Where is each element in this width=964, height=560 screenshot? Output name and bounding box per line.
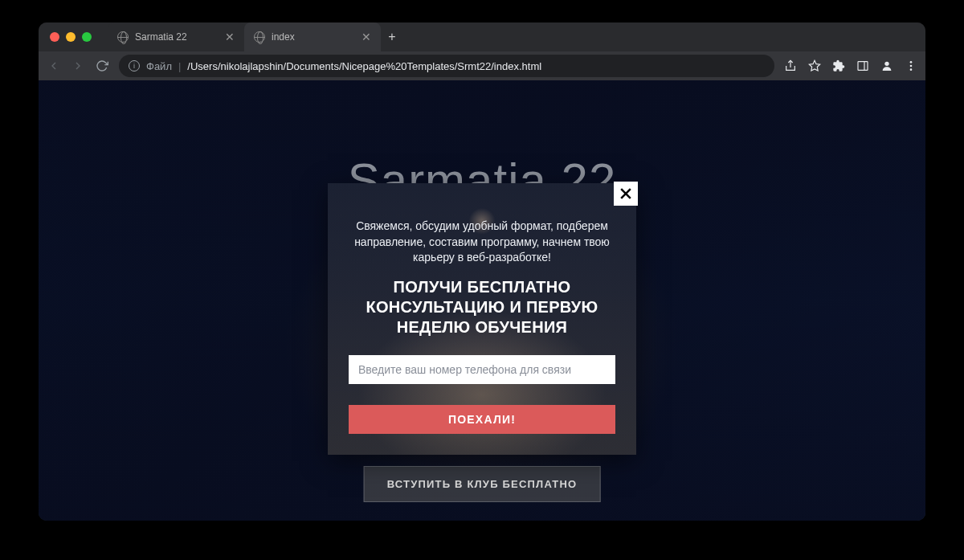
svg-point-6 xyxy=(910,65,913,67)
svg-point-5 xyxy=(910,61,913,63)
panel-icon[interactable] xyxy=(856,59,869,72)
profile-icon[interactable] xyxy=(880,59,893,72)
reload-button[interactable] xyxy=(95,59,109,73)
url-scheme-label: Файл xyxy=(146,60,172,72)
titlebar: Sarmatia 22 ✕ index ✕ + xyxy=(39,22,925,51)
site-info-icon[interactable]: i xyxy=(129,60,140,72)
menu-icon[interactable] xyxy=(905,59,917,72)
modal-heading-line: НЕДЕЛЮ ОБУЧЕНИЯ xyxy=(349,317,615,337)
svg-point-4 xyxy=(884,62,888,66)
tab-title: index xyxy=(272,31,295,43)
toolbar-right xyxy=(784,59,917,72)
svg-point-7 xyxy=(910,68,913,71)
tab-strip: Sarmatia 22 ✕ index ✕ + xyxy=(108,22,914,51)
forward-button[interactable] xyxy=(71,59,85,73)
window-controls xyxy=(50,32,92,42)
close-tab-button[interactable]: ✕ xyxy=(362,31,371,43)
svg-rect-2 xyxy=(858,62,868,71)
browser-window: Sarmatia 22 ✕ index ✕ + i Файл | xyxy=(39,22,925,521)
hero-cta-button[interactable]: ВСТУПИТЬ В КЛУБ БЕСПЛАТНО xyxy=(364,466,601,502)
address-bar: i Файл | /Users/nikolajlapshin/Documents… xyxy=(39,51,925,80)
modal-heading-line: КОНСУЛЬТАЦИЮ И ПЕРВУЮ xyxy=(349,297,615,317)
modal-lead-text: Свяжемся, обсудим удобный формат, подбер… xyxy=(349,219,615,266)
minimize-window-button[interactable] xyxy=(66,32,76,42)
separator: | xyxy=(178,60,181,72)
tab-sarmatia[interactable]: Sarmatia 22 ✕ xyxy=(108,22,244,51)
svg-marker-1 xyxy=(809,60,819,71)
share-icon[interactable] xyxy=(784,59,797,72)
modal-submit-button[interactable]: ПОЕХАЛИ! xyxy=(349,405,615,434)
tab-index[interactable]: index ✕ xyxy=(244,22,381,51)
globe-icon xyxy=(254,31,265,43)
modal-heading-line: ПОЛУЧИ БЕСПЛАТНО xyxy=(349,277,615,297)
new-tab-button[interactable]: + xyxy=(381,22,403,51)
globe-icon xyxy=(117,31,129,43)
bookmark-star-icon[interactable] xyxy=(808,59,821,72)
phone-input[interactable] xyxy=(349,355,615,384)
extensions-icon[interactable] xyxy=(832,59,845,72)
page-viewport: Sarmatia 22 В и Ста и за ВСТУПИТЬ В КЛУБ… xyxy=(39,80,925,521)
tab-title: Sarmatia 22 xyxy=(135,31,187,43)
maximize-window-button[interactable] xyxy=(82,32,92,42)
back-button[interactable] xyxy=(47,59,61,73)
close-tab-button[interactable]: ✕ xyxy=(225,31,235,43)
modal-close-button[interactable] xyxy=(614,182,638,206)
url-path: /Users/nikolajlapshin/Documents/Nicepage… xyxy=(187,60,541,72)
close-window-button[interactable] xyxy=(50,32,59,42)
popup-modal: Свяжемся, обсудим удобный формат, подбер… xyxy=(328,183,636,455)
modal-heading: ПОЛУЧИ БЕСПЛАТНО КОНСУЛЬТАЦИЮ И ПЕРВУЮ Н… xyxy=(349,277,615,337)
url-field[interactable]: i Файл | /Users/nikolajlapshin/Documents… xyxy=(119,55,774,77)
